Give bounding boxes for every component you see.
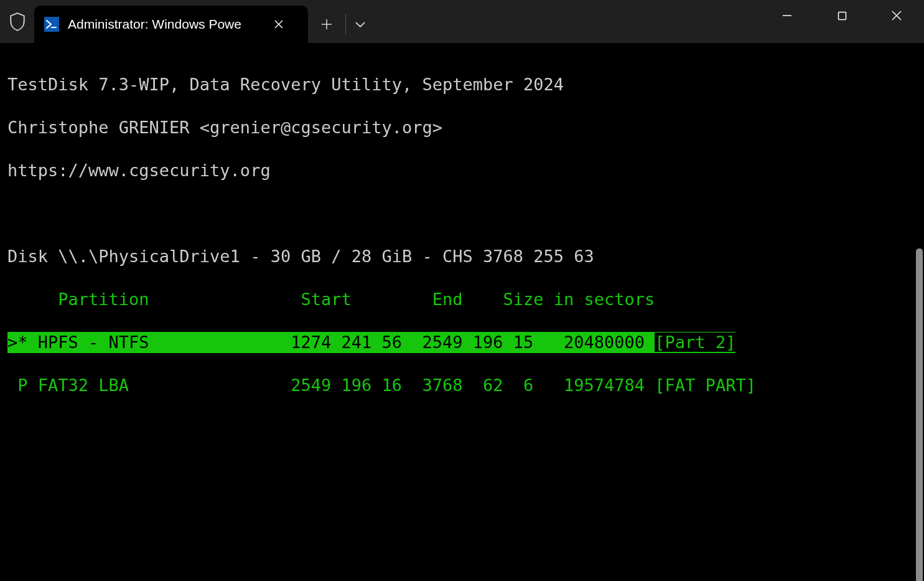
scrollbar-thumb[interactable]: [916, 248, 923, 581]
new-tab-button[interactable]: [308, 6, 345, 43]
terminal-content[interactable]: TestDisk 7.3-WIP, Data Recovery Utility,…: [0, 43, 924, 581]
close-button[interactable]: [869, 0, 924, 31]
partition-row-0-label: [Part 2]: [655, 333, 735, 352]
partition-table-header: Partition Start End Size in sectors: [7, 289, 917, 311]
header-line-3: https://www.cgsecurity.org: [7, 160, 917, 182]
blank-line: [7, 203, 917, 225]
tab-close-button[interactable]: [269, 15, 288, 34]
admin-shield-icon: [0, 0, 34, 43]
partition-row-selected[interactable]: >* HPFS - NTFS 1274 241 56 2549 196 15 2…: [7, 332, 917, 354]
svg-rect-6: [838, 12, 846, 19]
tab-active[interactable]: Administrator: Windows Powe: [34, 6, 308, 43]
window-controls: [760, 0, 924, 31]
header-line-1: TestDisk 7.3-WIP, Data Recovery Utility,…: [7, 74, 917, 96]
titlebar: Administrator: Windows Powe: [0, 0, 924, 43]
powershell-icon: [44, 17, 59, 32]
tab-dropdown-button[interactable]: [346, 6, 375, 43]
tab-title: Administrator: Windows Powe: [68, 17, 261, 32]
header-line-2: Christophe GRENIER <grenier@cgsecurity.o…: [7, 117, 917, 139]
disk-line: Disk \\.\PhysicalDrive1 - 30 GB / 28 GiB…: [7, 246, 917, 268]
minimize-button[interactable]: [760, 0, 814, 31]
partition-row[interactable]: P FAT32 LBA 2549 196 16 3768 62 6 195747…: [7, 375, 917, 397]
maximize-button[interactable]: [814, 0, 869, 31]
partition-row-0-text: >* HPFS - NTFS 1274 241 56 2549 196 15 2…: [7, 333, 655, 352]
